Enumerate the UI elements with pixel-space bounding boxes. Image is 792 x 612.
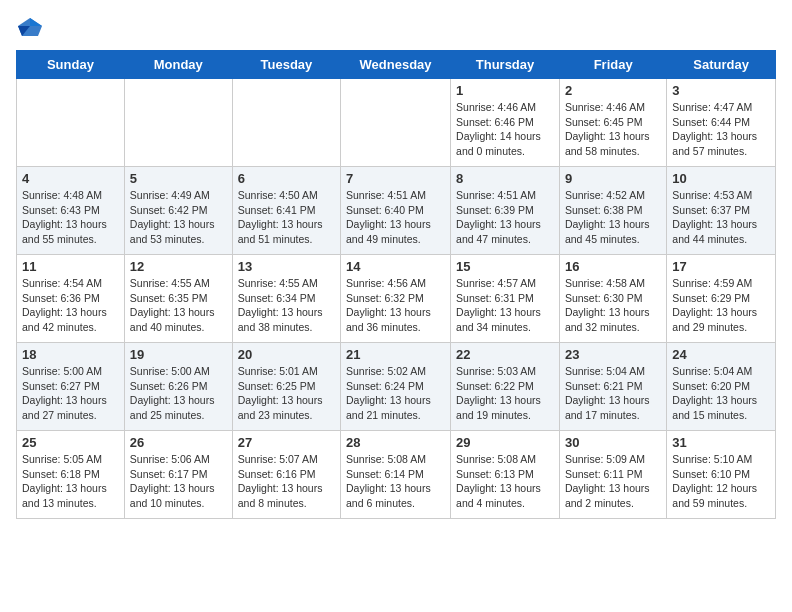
day-number: 5 — [130, 171, 227, 186]
header-cell-saturday: Saturday — [667, 51, 776, 79]
day-number: 12 — [130, 259, 227, 274]
day-number: 20 — [238, 347, 335, 362]
day-info: Sunrise: 5:08 AM Sunset: 6:13 PM Dayligh… — [456, 452, 554, 511]
day-info: Sunrise: 4:46 AM Sunset: 6:45 PM Dayligh… — [565, 100, 661, 159]
header-cell-tuesday: Tuesday — [232, 51, 340, 79]
day-cell: 12Sunrise: 4:55 AM Sunset: 6:35 PM Dayli… — [124, 255, 232, 343]
day-number: 14 — [346, 259, 445, 274]
day-number: 29 — [456, 435, 554, 450]
header-cell-monday: Monday — [124, 51, 232, 79]
day-cell: 29Sunrise: 5:08 AM Sunset: 6:13 PM Dayli… — [451, 431, 560, 519]
day-cell — [341, 79, 451, 167]
day-cell: 20Sunrise: 5:01 AM Sunset: 6:25 PM Dayli… — [232, 343, 340, 431]
day-cell: 2Sunrise: 4:46 AM Sunset: 6:45 PM Daylig… — [559, 79, 666, 167]
day-number: 10 — [672, 171, 770, 186]
day-cell: 1Sunrise: 4:46 AM Sunset: 6:46 PM Daylig… — [451, 79, 560, 167]
day-cell: 9Sunrise: 4:52 AM Sunset: 6:38 PM Daylig… — [559, 167, 666, 255]
header-cell-sunday: Sunday — [17, 51, 125, 79]
day-number: 25 — [22, 435, 119, 450]
day-cell: 17Sunrise: 4:59 AM Sunset: 6:29 PM Dayli… — [667, 255, 776, 343]
day-info: Sunrise: 4:55 AM Sunset: 6:34 PM Dayligh… — [238, 276, 335, 335]
day-cell: 26Sunrise: 5:06 AM Sunset: 6:17 PM Dayli… — [124, 431, 232, 519]
day-number: 13 — [238, 259, 335, 274]
day-cell: 21Sunrise: 5:02 AM Sunset: 6:24 PM Dayli… — [341, 343, 451, 431]
day-cell: 27Sunrise: 5:07 AM Sunset: 6:16 PM Dayli… — [232, 431, 340, 519]
week-row-3: 11Sunrise: 4:54 AM Sunset: 6:36 PM Dayli… — [17, 255, 776, 343]
day-cell: 28Sunrise: 5:08 AM Sunset: 6:14 PM Dayli… — [341, 431, 451, 519]
day-info: Sunrise: 5:04 AM Sunset: 6:21 PM Dayligh… — [565, 364, 661, 423]
day-info: Sunrise: 5:03 AM Sunset: 6:22 PM Dayligh… — [456, 364, 554, 423]
day-info: Sunrise: 5:02 AM Sunset: 6:24 PM Dayligh… — [346, 364, 445, 423]
day-info: Sunrise: 5:06 AM Sunset: 6:17 PM Dayligh… — [130, 452, 227, 511]
day-cell: 13Sunrise: 4:55 AM Sunset: 6:34 PM Dayli… — [232, 255, 340, 343]
day-cell: 19Sunrise: 5:00 AM Sunset: 6:26 PM Dayli… — [124, 343, 232, 431]
day-cell: 18Sunrise: 5:00 AM Sunset: 6:27 PM Dayli… — [17, 343, 125, 431]
day-info: Sunrise: 4:46 AM Sunset: 6:46 PM Dayligh… — [456, 100, 554, 159]
day-info: Sunrise: 5:00 AM Sunset: 6:26 PM Dayligh… — [130, 364, 227, 423]
header-row: SundayMondayTuesdayWednesdayThursdayFrid… — [17, 51, 776, 79]
day-info: Sunrise: 4:58 AM Sunset: 6:30 PM Dayligh… — [565, 276, 661, 335]
day-cell: 8Sunrise: 4:51 AM Sunset: 6:39 PM Daylig… — [451, 167, 560, 255]
logo — [16, 16, 48, 38]
day-info: Sunrise: 5:10 AM Sunset: 6:10 PM Dayligh… — [672, 452, 770, 511]
header-cell-friday: Friday — [559, 51, 666, 79]
header-cell-wednesday: Wednesday — [341, 51, 451, 79]
week-row-2: 4Sunrise: 4:48 AM Sunset: 6:43 PM Daylig… — [17, 167, 776, 255]
day-cell: 22Sunrise: 5:03 AM Sunset: 6:22 PM Dayli… — [451, 343, 560, 431]
day-info: Sunrise: 5:09 AM Sunset: 6:11 PM Dayligh… — [565, 452, 661, 511]
day-number: 7 — [346, 171, 445, 186]
day-cell: 30Sunrise: 5:09 AM Sunset: 6:11 PM Dayli… — [559, 431, 666, 519]
day-cell: 16Sunrise: 4:58 AM Sunset: 6:30 PM Dayli… — [559, 255, 666, 343]
page-header — [16, 16, 776, 38]
day-cell: 11Sunrise: 4:54 AM Sunset: 6:36 PM Dayli… — [17, 255, 125, 343]
day-number: 17 — [672, 259, 770, 274]
week-row-1: 1Sunrise: 4:46 AM Sunset: 6:46 PM Daylig… — [17, 79, 776, 167]
day-info: Sunrise: 4:51 AM Sunset: 6:40 PM Dayligh… — [346, 188, 445, 247]
svg-marker-1 — [30, 18, 42, 26]
day-info: Sunrise: 4:59 AM Sunset: 6:29 PM Dayligh… — [672, 276, 770, 335]
day-number: 23 — [565, 347, 661, 362]
day-info: Sunrise: 4:50 AM Sunset: 6:41 PM Dayligh… — [238, 188, 335, 247]
day-cell: 3Sunrise: 4:47 AM Sunset: 6:44 PM Daylig… — [667, 79, 776, 167]
week-row-4: 18Sunrise: 5:00 AM Sunset: 6:27 PM Dayli… — [17, 343, 776, 431]
day-info: Sunrise: 5:07 AM Sunset: 6:16 PM Dayligh… — [238, 452, 335, 511]
day-info: Sunrise: 4:55 AM Sunset: 6:35 PM Dayligh… — [130, 276, 227, 335]
day-number: 9 — [565, 171, 661, 186]
day-info: Sunrise: 5:05 AM Sunset: 6:18 PM Dayligh… — [22, 452, 119, 511]
day-info: Sunrise: 5:04 AM Sunset: 6:20 PM Dayligh… — [672, 364, 770, 423]
day-info: Sunrise: 4:48 AM Sunset: 6:43 PM Dayligh… — [22, 188, 119, 247]
logo-icon — [16, 16, 44, 38]
day-number: 4 — [22, 171, 119, 186]
day-number: 2 — [565, 83, 661, 98]
day-info: Sunrise: 5:08 AM Sunset: 6:14 PM Dayligh… — [346, 452, 445, 511]
day-info: Sunrise: 4:49 AM Sunset: 6:42 PM Dayligh… — [130, 188, 227, 247]
week-row-5: 25Sunrise: 5:05 AM Sunset: 6:18 PM Dayli… — [17, 431, 776, 519]
day-cell — [232, 79, 340, 167]
day-number: 19 — [130, 347, 227, 362]
day-cell — [124, 79, 232, 167]
day-cell: 23Sunrise: 5:04 AM Sunset: 6:21 PM Dayli… — [559, 343, 666, 431]
day-number: 8 — [456, 171, 554, 186]
header-cell-thursday: Thursday — [451, 51, 560, 79]
day-number: 31 — [672, 435, 770, 450]
day-info: Sunrise: 4:53 AM Sunset: 6:37 PM Dayligh… — [672, 188, 770, 247]
day-number: 22 — [456, 347, 554, 362]
day-cell: 7Sunrise: 4:51 AM Sunset: 6:40 PM Daylig… — [341, 167, 451, 255]
day-cell: 31Sunrise: 5:10 AM Sunset: 6:10 PM Dayli… — [667, 431, 776, 519]
day-cell — [17, 79, 125, 167]
day-number: 27 — [238, 435, 335, 450]
day-cell: 6Sunrise: 4:50 AM Sunset: 6:41 PM Daylig… — [232, 167, 340, 255]
day-info: Sunrise: 4:51 AM Sunset: 6:39 PM Dayligh… — [456, 188, 554, 247]
day-cell: 25Sunrise: 5:05 AM Sunset: 6:18 PM Dayli… — [17, 431, 125, 519]
calendar-table: SundayMondayTuesdayWednesdayThursdayFrid… — [16, 50, 776, 519]
day-info: Sunrise: 4:57 AM Sunset: 6:31 PM Dayligh… — [456, 276, 554, 335]
day-number: 21 — [346, 347, 445, 362]
day-cell: 10Sunrise: 4:53 AM Sunset: 6:37 PM Dayli… — [667, 167, 776, 255]
day-cell: 14Sunrise: 4:56 AM Sunset: 6:32 PM Dayli… — [341, 255, 451, 343]
day-cell: 5Sunrise: 4:49 AM Sunset: 6:42 PM Daylig… — [124, 167, 232, 255]
day-number: 11 — [22, 259, 119, 274]
day-info: Sunrise: 4:47 AM Sunset: 6:44 PM Dayligh… — [672, 100, 770, 159]
day-number: 6 — [238, 171, 335, 186]
day-cell: 24Sunrise: 5:04 AM Sunset: 6:20 PM Dayli… — [667, 343, 776, 431]
day-number: 16 — [565, 259, 661, 274]
